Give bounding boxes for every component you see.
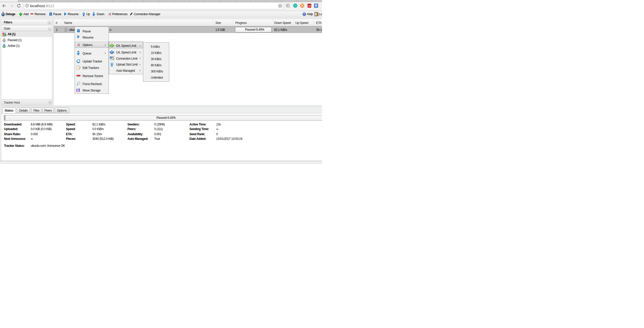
svg-text:CORS: CORS xyxy=(307,5,311,7)
svg-text:?: ? xyxy=(303,13,305,15)
svg-text:m: m xyxy=(294,4,296,7)
